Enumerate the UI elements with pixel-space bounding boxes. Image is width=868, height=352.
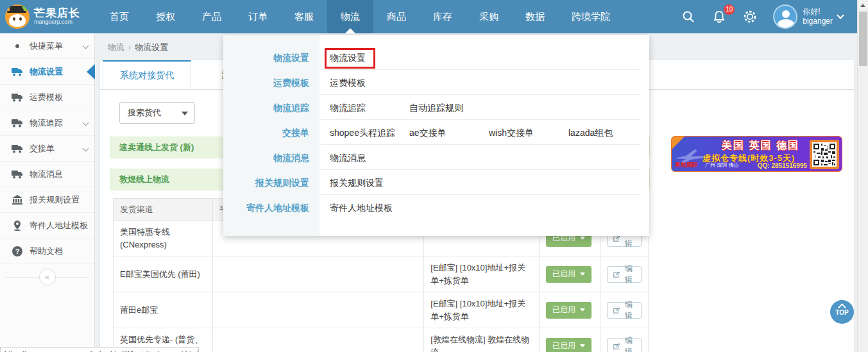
target-icon bbox=[12, 40, 23, 52]
status-cell: 已启用 bbox=[540, 292, 600, 328]
nav-item-6[interactable]: 物流 bbox=[327, 0, 373, 33]
status-label: 已启用 bbox=[552, 305, 575, 315]
edit-button[interactable]: 编辑 bbox=[607, 266, 642, 283]
greeting-text: 你好! bbox=[803, 7, 833, 17]
dropdown-item[interactable]: 自动追踪规则 bbox=[409, 103, 489, 114]
bank-icon bbox=[12, 194, 23, 206]
label-template-cell: [E邮宝] [10x10]地址+报关单+拣货单 bbox=[424, 292, 540, 328]
truck-icon bbox=[12, 169, 23, 180]
status-enabled-button[interactable]: 已启用 bbox=[546, 338, 591, 352]
app-logo[interactable]: 芒果店长 mangoerp.com bbox=[0, 4, 96, 29]
top-navigation-bar: 芒果店长 mangoerp.com 首页授权产品订单客服物流商品库存采购数据跨境… bbox=[0, 0, 857, 33]
qr-code bbox=[810, 140, 839, 169]
sidebar-item-9[interactable]: ?帮助文档 bbox=[0, 239, 94, 264]
nav-item-9[interactable]: 采购 bbox=[466, 0, 512, 33]
status-label: 已启用 bbox=[552, 340, 575, 351]
chevron-down-icon bbox=[83, 146, 89, 152]
tab-system-forwarder[interactable]: 系统对接货代 bbox=[103, 60, 191, 89]
nav-item-10[interactable]: 数据 bbox=[512, 0, 558, 33]
logo-subtitle: mangoerp.com bbox=[34, 19, 80, 25]
bell-icon[interactable]: 10 bbox=[711, 9, 727, 24]
nav-item-5[interactable]: 客服 bbox=[281, 0, 327, 33]
sidebar-item-label: 物流消息 bbox=[30, 169, 63, 180]
nav-item-4[interactable]: 订单 bbox=[235, 0, 281, 33]
chevron-down-icon bbox=[83, 43, 89, 49]
search-icon[interactable] bbox=[681, 9, 696, 24]
dropdown-item[interactable]: 报关规则设置 bbox=[330, 178, 409, 189]
edit-button[interactable]: 编辑 bbox=[607, 302, 642, 319]
pin-icon bbox=[12, 220, 23, 231]
channel-name: E邮宝美国优先 (莆田) bbox=[114, 256, 213, 292]
dropdown-row: 寄件人地址模板寄件人地址模板 bbox=[223, 196, 649, 221]
breadcrumb-parent[interactable]: 物流 bbox=[108, 42, 124, 52]
nav-item-2[interactable]: 授权 bbox=[142, 0, 189, 33]
sidebar-item-2[interactable]: 物流设置 bbox=[0, 59, 94, 85]
dropdown-item[interactable]: 物流消息 bbox=[330, 153, 409, 164]
status-label: 已启用 bbox=[552, 269, 575, 280]
scrollbar-up-arrow[interactable] bbox=[858, 0, 868, 11]
pencil-icon bbox=[613, 342, 620, 350]
logistics-dropdown-menu: 物流设置物流设置运费模板运费模板物流追踪物流追踪自动追踪规则交接单shopee头… bbox=[223, 35, 649, 236]
nav-item-1[interactable]: 首页 bbox=[96, 0, 142, 33]
sidebar-item-6[interactable]: 物流消息 bbox=[0, 162, 94, 187]
dropdown-item[interactable]: lazada组包 bbox=[568, 128, 648, 139]
nav-item-7[interactable]: 商品 bbox=[373, 0, 420, 33]
status-enabled-button[interactable]: 已启用 bbox=[546, 266, 591, 283]
ad-banner[interactable]: 美国 英国 德国 虚拟仓专线(时效3-5天) 星航国际 广州 深圳 佛山 QQ:… bbox=[671, 136, 842, 172]
action-cell: 编辑 bbox=[600, 328, 648, 352]
browser-scrollbar[interactable] bbox=[857, 0, 868, 352]
dropdown-item-group: 寄件人地址模板 bbox=[319, 203, 649, 214]
user-menu[interactable]: 你好! biganger bbox=[773, 4, 843, 29]
main-nav: 首页授权产品订单客服物流商品库存采购数据跨境学院 bbox=[96, 0, 624, 33]
dropdown-item[interactable]: shopee头程追踪 bbox=[330, 128, 409, 139]
truck-icon bbox=[12, 66, 23, 78]
sidebar-item-8[interactable]: 寄件人地址模板 bbox=[0, 213, 94, 239]
sidebar-item-4[interactable]: 物流追踪 bbox=[0, 110, 94, 136]
chevron-down-icon bbox=[83, 120, 89, 126]
dropdown-category: 物流消息 bbox=[223, 153, 319, 164]
dropdown-item[interactable]: wish交接单 bbox=[489, 128, 568, 139]
dropdown-category: 交接单 bbox=[223, 128, 319, 139]
table-row: E邮宝美国优先 (莆田)[E邮宝] [10x10]地址+报关单+拣货单已启用编辑 bbox=[114, 256, 649, 292]
status-enabled-button[interactable]: 已启用 bbox=[546, 302, 591, 319]
nav-item-11[interactable]: 跨境学院 bbox=[558, 0, 624, 33]
dropdown-item[interactable]: 寄件人地址模板 bbox=[330, 203, 409, 214]
dropdown-item-highlighted[interactable]: 物流设置 bbox=[325, 48, 375, 69]
channel-name: 美国特惠专线 (CNexpress) bbox=[114, 221, 213, 256]
table-row: 莆田e邮宝[E邮宝] [10x10]地址+报关单+拣货单已启用编辑 bbox=[114, 292, 649, 328]
dropdown-category: 物流追踪 bbox=[223, 103, 319, 114]
edit-button[interactable]: 编辑 bbox=[607, 338, 642, 352]
channel-name: 莆田e邮宝 bbox=[114, 292, 213, 328]
forwarder-search-select[interactable]: 搜索货代 bbox=[119, 102, 195, 124]
dropdown-item-group: 物流追踪自动追踪规则 bbox=[319, 103, 649, 114]
browser-status-url: https://www.mangoerp.com/index.html#!/lo… bbox=[0, 347, 199, 352]
back-to-top-button[interactable]: TOP bbox=[830, 300, 854, 324]
dropdown-item[interactable]: ae交接单 bbox=[409, 128, 489, 139]
caret-down-icon bbox=[580, 344, 585, 348]
status-cell: 已启用 bbox=[540, 256, 600, 292]
sidebar-item-5[interactable]: 交接单 bbox=[0, 136, 94, 162]
sidebar-collapse-button[interactable]: « bbox=[39, 269, 56, 285]
sidebar-item-label: 快捷菜单 bbox=[30, 40, 63, 52]
dropdown-row: 物流追踪物流追踪自动追踪规则 bbox=[223, 96, 649, 121]
dropdown-item[interactable]: 运费模板 bbox=[330, 78, 409, 89]
dropdown-item-group: shopee头程追踪ae交接单wish交接单lazada组包 bbox=[319, 128, 649, 139]
nav-item-3[interactable]: 产品 bbox=[189, 0, 235, 33]
nav-item-8[interactable]: 库存 bbox=[420, 0, 466, 33]
caret-down-icon bbox=[580, 237, 585, 240]
sidebar-item-1[interactable]: 快捷菜单 bbox=[0, 33, 94, 59]
mango-logo-icon bbox=[5, 4, 30, 29]
dropdown-item-group: 报关规则设置 bbox=[319, 178, 649, 189]
pencil-icon bbox=[613, 306, 620, 314]
dropdown-row: 物流设置物流设置 bbox=[223, 46, 649, 71]
scrollbar-thumb[interactable] bbox=[859, 12, 867, 66]
truck-icon bbox=[12, 117, 23, 129]
avatar bbox=[773, 4, 797, 29]
dropdown-item[interactable]: 物流追踪 bbox=[330, 103, 409, 114]
sidebar-collapse-row: « bbox=[0, 264, 94, 290]
breadcrumb-separator: › bbox=[128, 42, 131, 52]
sidebar-item-3[interactable]: 运费模板 bbox=[0, 85, 94, 110]
select-caret-icon bbox=[182, 112, 188, 115]
sidebar-item-7[interactable]: 报关规则设置 bbox=[0, 187, 94, 213]
gear-icon[interactable] bbox=[742, 9, 758, 24]
